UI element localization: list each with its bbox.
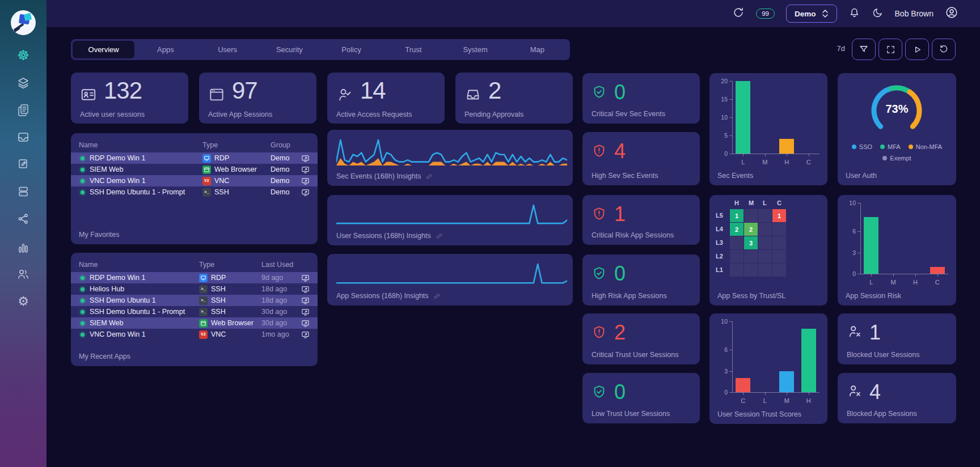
launch-app-icon[interactable] — [297, 330, 310, 339]
launch-app-icon[interactable] — [297, 154, 310, 163]
heatmap-cell-L2-C — [772, 250, 786, 263]
heatmap-cell-L4-M: 2 — [744, 223, 758, 236]
heatmap-cell-L5-M — [744, 209, 758, 222]
kpi-value: 2 — [614, 322, 625, 343]
launch-app-icon[interactable] — [297, 285, 310, 294]
card-title: Sec Events — [717, 172, 753, 180]
reset-button[interactable] — [932, 39, 956, 60]
launch-app-icon[interactable] — [297, 188, 310, 197]
heatmap-cell-L5-C: 1 — [772, 209, 786, 222]
tenant-selector[interactable]: Demo — [786, 5, 837, 23]
share-network-icon[interactable] — [0, 212, 47, 226]
app-last_used: 18d ago — [261, 285, 297, 293]
bar-C — [930, 267, 945, 274]
card-title: My Recent Apps — [79, 353, 130, 360]
table-row[interactable]: VNC Demo Win 1 V2VNC Demo — [71, 175, 318, 186]
app-logo[interactable] — [11, 10, 36, 35]
kpi-high-sev-sec-events: 4 High Sev Sec Events — [582, 132, 700, 185]
documents-icon[interactable] — [0, 103, 47, 117]
bar-L — [864, 217, 878, 274]
table-row[interactable]: SSH Demo Ubuntu 1 >_SSH 18d ago — [71, 295, 318, 306]
dark-mode-moon-icon[interactable] — [872, 7, 884, 21]
app-group: Demo — [271, 188, 297, 196]
inbox-icon[interactable] — [0, 130, 47, 144]
table-header: NameTypeGroup — [71, 138, 318, 152]
tab-trust[interactable]: Trust — [382, 41, 444, 58]
my-recent-apps-card: NameTypeLast Used RDP Demo Win 1 RDP 9d … — [71, 253, 318, 366]
notification-count-badge[interactable]: 99 — [756, 9, 775, 19]
layers-icon[interactable] — [0, 76, 47, 90]
app-type: >_SSH — [199, 308, 261, 316]
launch-app-icon[interactable] — [297, 274, 310, 282]
access-request-icon[interactable] — [0, 157, 47, 171]
topbar: 99 Demo Bob Brown — [47, 0, 980, 27]
users-icon[interactable] — [0, 268, 47, 281]
link-icon[interactable] — [433, 292, 441, 300]
bar-chart-icon[interactable] — [0, 241, 47, 255]
launch-app-icon[interactable] — [297, 296, 310, 305]
app-name: SIEM Web — [79, 165, 202, 173]
kpi-value: 0 — [614, 264, 625, 284]
table-row[interactable]: SSH Demo Ubuntu 1 - Prompt >_SSH 30d ago — [71, 306, 318, 317]
app-type-icon: V2 — [199, 330, 208, 339]
app-sessions-insights-card: App Sessions (168h) Insights — [327, 254, 573, 305]
link-icon[interactable] — [436, 232, 443, 240]
app-group: Demo — [271, 177, 297, 185]
launch-app-icon[interactable] — [297, 165, 310, 174]
blocked-app-sessions-card: 4 Blocked App Sessions — [838, 373, 956, 423]
card-title: App Sessions (168h) Insights — [336, 292, 429, 300]
tab-apps[interactable]: Apps — [134, 41, 196, 58]
user-check-icon — [336, 86, 353, 105]
legend-item: Exempt — [882, 155, 911, 162]
app-type: RDP — [199, 274, 261, 282]
user-name[interactable]: Bob Brown — [895, 9, 933, 18]
table-row[interactable]: Helios Hub >_SSH 18d ago — [71, 283, 318, 295]
play-button[interactable] — [905, 39, 929, 60]
tab-overview[interactable]: Overview — [73, 41, 134, 58]
time-range-label[interactable]: 7d — [823, 44, 845, 53]
table-row[interactable]: SIEM Web Web Browser Demo — [71, 164, 318, 175]
status-dot — [81, 168, 85, 172]
stat-label: Active Access Requests — [336, 111, 412, 118]
avatar[interactable] — [945, 6, 958, 22]
table-row[interactable]: VNC Demo Win 1 V2VNC 1mo ago — [71, 329, 318, 340]
helm-dashboard-icon[interactable]: ☸ — [0, 49, 47, 62]
launch-app-icon[interactable] — [297, 308, 310, 316]
app-last_used: 9d ago — [261, 274, 297, 282]
tab-system[interactable]: System — [445, 41, 506, 58]
link-icon[interactable] — [425, 173, 433, 180]
heatmap-cell-L2-L — [758, 250, 772, 263]
table-row[interactable]: RDP Demo Win 1 RDP 9d ago — [71, 272, 318, 283]
settings-gear-icon[interactable]: ⚙ — [0, 295, 47, 308]
table-row[interactable]: SIEM Web Web Browser 30d ago — [71, 317, 318, 329]
bell-icon[interactable] — [848, 7, 860, 21]
table-row[interactable]: RDP Demo Win 1 RDP Demo — [71, 152, 318, 164]
stat-label: Pending Approvals — [464, 111, 523, 118]
sync-icon[interactable] — [732, 6, 745, 21]
app-type-icon: >_ — [199, 296, 208, 305]
status-dot — [81, 333, 85, 337]
heatmap-cell-L4-C — [772, 223, 786, 236]
bar-H — [779, 139, 794, 154]
launch-app-icon[interactable] — [297, 177, 310, 185]
stat-pending-approvals: 2 Pending Approvals — [455, 73, 573, 124]
card-title: User Session Trust Scores — [717, 410, 801, 418]
filter-button[interactable] — [852, 39, 876, 60]
servers-icon[interactable] — [0, 185, 47, 198]
table-row[interactable]: SSH Demo Ubuntu 1 - Prompt >_SSH Demo — [71, 186, 318, 198]
kpi-critical-sev-sec-events: 0 Critical Sev Sec Events — [582, 73, 700, 124]
tab-security[interactable]: Security — [259, 41, 320, 58]
app-name: SSH Demo Ubuntu 1 - Prompt — [79, 308, 199, 316]
launch-app-icon[interactable] — [297, 319, 310, 328]
status-dot — [81, 287, 85, 291]
table-header: NameTypeLast Used — [71, 257, 318, 272]
heatmap-cell-L1-H — [730, 264, 744, 277]
stat-value: 14 — [360, 77, 386, 104]
shield-check-icon — [592, 84, 607, 100]
app-name: RDP Demo Win 1 — [79, 154, 202, 162]
sidebar: ☸ ⚙ — [0, 0, 47, 467]
tab-policy[interactable]: Policy — [320, 41, 382, 58]
tab-map[interactable]: Map — [506, 41, 568, 58]
fullscreen-button[interactable] — [878, 39, 902, 60]
tab-users[interactable]: Users — [197, 41, 259, 58]
